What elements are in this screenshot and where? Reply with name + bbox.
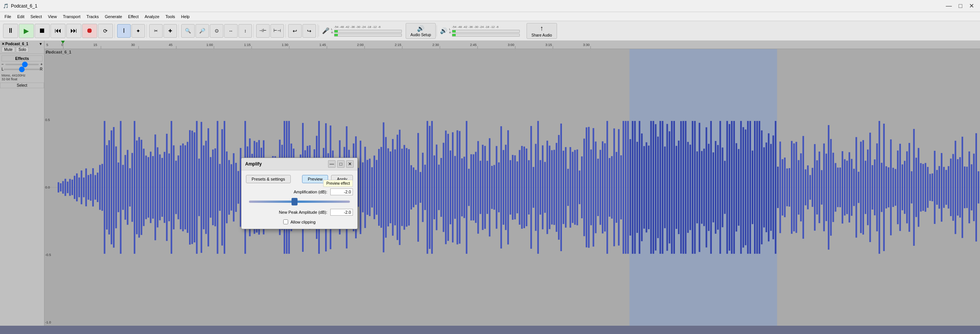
- amplification-slider[interactable]: [249, 201, 350, 203]
- new-peak-input[interactable]: [330, 209, 353, 216]
- track-close-button[interactable]: ✕: [2, 42, 5, 46]
- new-peak-label: New Peak Amplitude (dB):: [246, 210, 327, 214]
- zoom-fit-height[interactable]: ↕: [239, 24, 252, 38]
- mute-button[interactable]: Mute: [2, 47, 15, 53]
- svg-rect-270: [585, 128, 587, 247]
- svg-rect-380: [840, 167, 841, 207]
- menu-transport[interactable]: Transport: [60, 14, 84, 19]
- svg-rect-190: [401, 149, 402, 226]
- svg-rect-421: [934, 151, 935, 224]
- amplify-maximize[interactable]: □: [337, 160, 345, 168]
- svg-rect-193: [408, 149, 410, 226]
- svg-rect-365: [805, 169, 807, 205]
- svg-rect-291: [634, 121, 636, 254]
- svg-rect-341: [749, 121, 751, 254]
- minimize-button[interactable]: —: [943, 2, 955, 10]
- svg-rect-257: [555, 143, 557, 232]
- zoom-fit-width[interactable]: ↔: [224, 24, 238, 38]
- svg-rect-249: [537, 121, 539, 254]
- svg-rect-62: [106, 145, 108, 230]
- volume-slider[interactable]: [5, 64, 39, 65]
- svg-rect-424: [941, 153, 942, 222]
- select-tool[interactable]: I: [117, 24, 131, 38]
- menu-tracks[interactable]: Tracks: [84, 14, 102, 19]
- svg-rect-363: [800, 153, 802, 222]
- svg-rect-293: [639, 121, 640, 254]
- pan-slider[interactable]: [4, 69, 40, 70]
- svg-rect-203: [431, 121, 433, 254]
- cut-tool[interactable]: ✂: [149, 24, 163, 38]
- svg-rect-422: [936, 170, 938, 205]
- menu-edit[interactable]: Edit: [14, 14, 27, 19]
- svg-rect-392: [867, 150, 869, 225]
- svg-rect-176: [369, 159, 371, 216]
- select-button[interactable]: Select: [0, 83, 44, 88]
- svg-rect-243: [523, 147, 525, 228]
- svg-rect-118: [235, 163, 237, 212]
- svg-rect-217: [464, 157, 465, 218]
- envelope-tool[interactable]: ✦: [132, 24, 145, 38]
- amplify-minimize[interactable]: —: [328, 160, 336, 168]
- silence-button[interactable]: ⊢⊣: [270, 24, 284, 38]
- redo-button[interactable]: ↪: [302, 24, 316, 38]
- presets-settings-button[interactable]: Presets & settings: [246, 175, 291, 183]
- svg-rect-387: [855, 137, 857, 238]
- maximize-button[interactable]: □: [956, 2, 965, 10]
- edit-tools-group: ✂ ✚: [148, 24, 179, 38]
- zoom-in-button[interactable]: 🔎: [196, 24, 209, 38]
- zoom-fit-button[interactable]: ⊙: [210, 24, 223, 38]
- record-button[interactable]: ⏺: [82, 24, 97, 38]
- menu-tools[interactable]: Tools: [162, 14, 178, 19]
- skip-start-button[interactable]: ⏮: [51, 24, 65, 38]
- audio-setup-button[interactable]: 🔊 Audio Setup: [406, 23, 436, 39]
- stop-button[interactable]: ⏹: [35, 24, 50, 38]
- svg-rect-256: [553, 150, 555, 225]
- track-dropdown-icon[interactable]: ▼: [39, 42, 43, 46]
- menu-analyze[interactable]: Analyze: [142, 14, 162, 19]
- waveform-area[interactable]: Podcast_6_1 1.0 0.5 0.0 -0.5 -1.0: [45, 49, 980, 326]
- svg-rect-209: [445, 130, 447, 244]
- menu-bar: File Edit Select View Transport Tracks G…: [0, 12, 980, 21]
- undo-button[interactable]: ↩: [288, 24, 302, 38]
- svg-rect-77: [140, 140, 142, 235]
- input-vu-meter: LR -54 -48 -42 -36 -30 -24 -18 -12 -6: [331, 25, 402, 37]
- amplification-input[interactable]: [330, 189, 353, 195]
- share-audio-button[interactable]: ↑ Share Audio: [527, 23, 557, 39]
- allow-clipping-checkbox[interactable]: [283, 219, 288, 224]
- svg-rect-222: [475, 152, 476, 223]
- play-button[interactable]: ▶: [19, 24, 34, 38]
- svg-rect-409: [906, 151, 908, 223]
- svg-rect-86: [162, 158, 163, 217]
- menu-generate[interactable]: Generate: [102, 14, 125, 19]
- menu-help[interactable]: Help: [178, 14, 193, 19]
- svg-rect-244: [526, 149, 527, 226]
- menu-view[interactable]: View: [45, 14, 60, 19]
- effects-label[interactable]: Effects: [2, 56, 43, 61]
- pause-button[interactable]: ⏸: [3, 24, 18, 38]
- svg-rect-180: [378, 149, 380, 226]
- amplify-close[interactable]: ✕: [346, 160, 354, 168]
- allow-clipping-label[interactable]: Allow clipping: [290, 220, 316, 224]
- title-left: 🎵 Podcast_6_1: [3, 3, 37, 9]
- playhead: [62, 41, 63, 49]
- trim-button[interactable]: ⊣⊢: [256, 24, 270, 38]
- menu-select[interactable]: Select: [27, 14, 45, 19]
- svg-rect-324: [710, 121, 712, 254]
- menu-effect[interactable]: Effect: [125, 14, 142, 19]
- svg-rect-178: [374, 156, 375, 219]
- skip-end-button[interactable]: ⏭: [66, 24, 81, 38]
- svg-rect-59: [99, 165, 100, 209]
- close-button[interactable]: ✕: [966, 2, 977, 10]
- svg-rect-175: [366, 160, 368, 215]
- loop-button[interactable]: ⟳: [98, 24, 113, 38]
- solo-button[interactable]: Solo: [16, 47, 29, 53]
- svg-rect-87: [164, 152, 165, 223]
- svg-rect-44: [64, 179, 66, 196]
- multi-tool[interactable]: ✚: [164, 24, 177, 38]
- zoom-out-button[interactable]: 🔍: [181, 24, 195, 38]
- menu-file[interactable]: File: [2, 14, 14, 19]
- svg-rect-397: [879, 121, 880, 254]
- svg-rect-179: [376, 160, 377, 214]
- svg-rect-308: [673, 121, 675, 254]
- svg-rect-58: [97, 173, 98, 202]
